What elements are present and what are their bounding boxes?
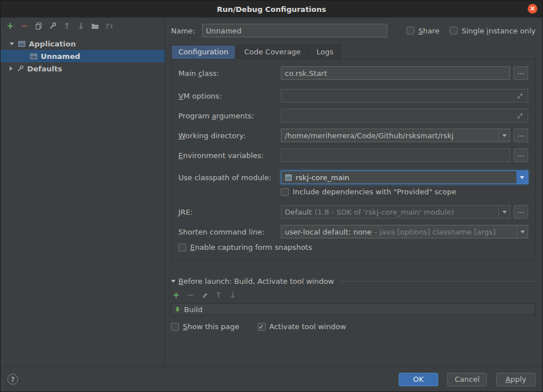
environment-variables-row: Environment variables: ... xyxy=(178,148,528,162)
tree-node-unnamed[interactable]: Unnamed xyxy=(1,50,165,62)
use-classpath-label: Use classpath of module: xyxy=(178,173,281,182)
add-task-button[interactable]: + xyxy=(171,290,181,300)
expand-editor-icon[interactable] xyxy=(517,93,524,99)
module-icon xyxy=(285,174,292,181)
enable-capturing-label: Enable capturing form snapshots xyxy=(190,243,312,252)
working-directory-dropdown-button[interactable] xyxy=(498,129,510,142)
environment-variables-browse-button[interactable]: ... xyxy=(514,148,528,162)
ok-button[interactable]: OK xyxy=(399,373,438,386)
config-tree-panel: + − ↑ ↓ xyxy=(1,18,165,367)
jre-label: JRE: xyxy=(178,208,281,216)
chevron-down-icon xyxy=(502,134,507,137)
jre-value: Default xyxy=(285,208,312,216)
defaults-wrench-icon xyxy=(16,65,24,73)
application-config-icon xyxy=(30,53,37,60)
include-provided-label: Include dependencies with "Provided" sco… xyxy=(293,188,456,196)
include-provided-checkbox[interactable] xyxy=(281,188,289,196)
expanded-arrow-icon[interactable] xyxy=(10,42,14,45)
before-launch-options-row: Show this page ✓ Activate tool window xyxy=(171,322,536,331)
chevron-down-icon xyxy=(502,211,507,214)
run-debug-configurations-dialog: Run/Debug Configurations × + − ↑ ↓ xyxy=(0,0,543,392)
classpath-module-combo[interactable]: rskj-core_main xyxy=(281,171,528,184)
expand-editor-icon[interactable] xyxy=(517,113,524,119)
show-this-page-checkbox[interactable] xyxy=(171,323,179,331)
add-configuration-button[interactable]: + xyxy=(5,21,15,31)
show-this-page-label: Show this page xyxy=(183,322,240,331)
jre-combo[interactable]: Default (1.8 - SDK of 'rskj-core_main' m… xyxy=(281,205,510,219)
tab-code-coverage[interactable]: Code Coverage xyxy=(237,45,308,59)
main-class-input[interactable] xyxy=(281,66,510,80)
program-arguments-input[interactable] xyxy=(281,109,528,122)
shorten-command-line-detail: - java [options] classname [args] xyxy=(374,228,495,236)
remove-task-button[interactable]: − xyxy=(185,290,195,300)
create-folder-button[interactable] xyxy=(90,21,100,31)
help-button[interactable]: ? xyxy=(7,374,18,385)
main-class-label: Main class: xyxy=(178,69,281,78)
vm-options-input[interactable] xyxy=(281,89,528,103)
share-label: Share xyxy=(418,27,440,35)
use-classpath-row: Use classpath of module: rskj-core_main xyxy=(178,171,528,184)
program-arguments-row: Program arguments: xyxy=(178,109,528,122)
main-class-browse-button[interactable]: ... xyxy=(514,66,528,80)
working-directory-combo[interactable]: /home/meriherrera/Code/Github/rsksmart/r… xyxy=(281,129,510,142)
config-editor-panel: Name: Share Single instance only Configu… xyxy=(165,18,542,367)
collapse-section-icon[interactable] xyxy=(171,280,176,283)
separator-line xyxy=(340,281,536,282)
apply-button[interactable]: Apply xyxy=(496,373,536,386)
name-input[interactable] xyxy=(202,24,387,37)
before-launch-item-build[interactable]: Build xyxy=(172,304,535,315)
edit-defaults-button[interactable] xyxy=(48,21,58,31)
single-instance-checkbox[interactable] xyxy=(450,27,458,35)
dialog-body: + − ↑ ↓ xyxy=(1,18,542,367)
name-row: Name: Share Single instance only xyxy=(171,23,536,38)
tree-node-defaults[interactable]: Defaults xyxy=(1,62,165,75)
before-launch-toolbar: + − ↑ ↓ xyxy=(171,286,536,302)
classpath-module-value: rskj-core_main xyxy=(296,173,349,182)
jre-browse-button[interactable]: ... xyxy=(514,205,528,219)
cancel-button[interactable]: Cancel xyxy=(447,373,487,386)
main-class-row: Main class: ... xyxy=(178,66,528,80)
environment-variables-input[interactable] xyxy=(281,148,510,162)
enable-capturing-checkbox[interactable] xyxy=(178,244,186,252)
tree-node-label: Application xyxy=(29,40,76,48)
jre-value-detail: (1.8 - SDK of 'rskj-core_main' module) xyxy=(315,208,454,216)
share-checkbox[interactable] xyxy=(407,27,414,35)
share-group: Share xyxy=(407,27,440,35)
edit-task-button[interactable] xyxy=(199,290,209,300)
sort-configurations-button[interactable] xyxy=(104,21,114,31)
window-title: Run/Debug Configurations xyxy=(217,5,326,14)
environment-variables-label: Environment variables: xyxy=(178,151,281,160)
tab-configuration[interactable]: Configuration xyxy=(171,45,236,59)
close-button[interactable]: × xyxy=(528,4,537,14)
classpath-module-dropdown-button[interactable] xyxy=(516,171,528,184)
collapsed-arrow-icon[interactable] xyxy=(10,66,12,71)
remove-configuration-button[interactable]: − xyxy=(19,21,29,31)
tree-node-label: Defaults xyxy=(27,65,62,73)
titlebar[interactable]: Run/Debug Configurations × xyxy=(1,1,542,18)
name-label: Name: xyxy=(171,27,195,35)
jre-dropdown-button[interactable] xyxy=(498,206,510,218)
tree-node-label: Unnamed xyxy=(41,52,80,61)
shorten-command-line-value: user-local default: none xyxy=(285,228,371,236)
shorten-command-line-combo[interactable]: user-local default: none - java [options… xyxy=(281,225,528,238)
move-task-up-button[interactable]: ↑ xyxy=(213,290,224,300)
include-provided-row: Include dependencies with "Provided" sco… xyxy=(281,188,528,196)
single-instance-label: Single instance only xyxy=(461,27,536,35)
tab-logs[interactable]: Logs xyxy=(309,45,341,59)
shorten-command-line-dropdown-button[interactable] xyxy=(516,225,528,238)
working-directory-label: Working directory: xyxy=(178,131,281,140)
jre-row: JRE: Default (1.8 - SDK of 'rskj-core_ma… xyxy=(178,205,528,219)
tab-bar: Configuration Code Coverage Logs xyxy=(171,45,536,59)
activate-tool-window-checkbox[interactable]: ✓ xyxy=(258,323,266,331)
working-directory-browse-button[interactable]: ... xyxy=(514,129,528,142)
configuration-tab-panel: Main class: ... VM options: Program argu xyxy=(171,59,536,260)
move-up-button[interactable]: ↑ xyxy=(62,21,72,31)
copy-configuration-button[interactable] xyxy=(33,21,44,31)
tree-toolbar: + − ↑ ↓ xyxy=(1,18,165,35)
activate-tool-window-label: Activate tool window xyxy=(270,322,346,331)
move-down-button[interactable]: ↓ xyxy=(76,21,86,31)
tree-node-application[interactable]: Application xyxy=(1,37,165,50)
shorten-command-line-row: Shorten command line: user-local default… xyxy=(178,225,528,238)
working-directory-row: Working directory: /home/meriherrera/Cod… xyxy=(178,129,528,142)
move-task-down-button[interactable]: ↓ xyxy=(228,290,238,300)
